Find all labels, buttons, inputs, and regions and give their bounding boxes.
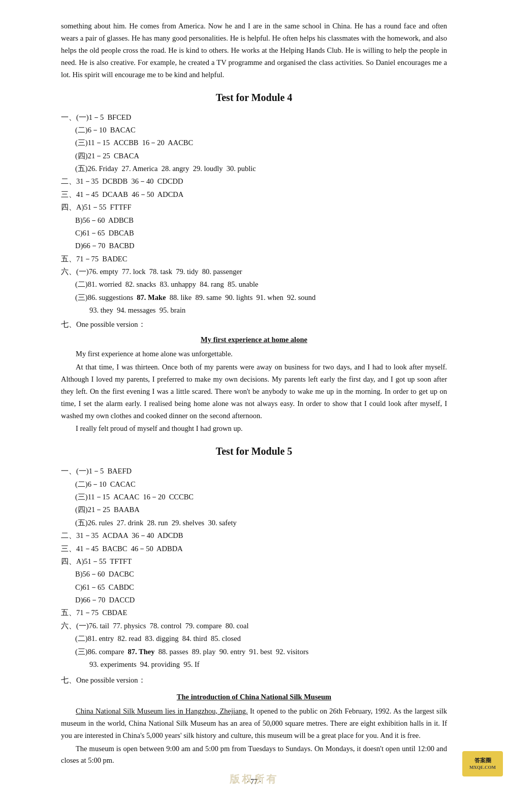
m5-a16: 93. experiments 94. providing 95. If [61,658,447,671]
m5-a5: (五)26. rules 27. drink 28. run 29. shelv… [61,517,447,529]
module5-essay-title: The introduction of China National Silk … [61,691,447,703]
module5-essay-p1: China National Silk Museum lies in Hangz… [61,705,447,742]
module4-essay-p2: At that time, I was thirteen. Once both … [61,361,447,422]
m4-a10: C)61－65 DBCAB [61,227,447,240]
m5-a2: (二)6－10 CACAC [61,478,447,491]
m5-a13: 六、(一)76. tail 77. physics 78. control 79… [61,622,249,630]
m4-a12: 五、71－75 BADEC [61,255,127,263]
m4-a6: 二、31－35 DCBDB 36－40 CDCDD [61,177,183,185]
m5-essay-label: 七、One possible version：​ [61,676,146,684]
logo-line1: 答案圈 [474,757,491,764]
m4-a14: (二)81. worried 82. snacks 83. unhappy 84… [61,278,447,291]
m5-a9: B)56－60 DACBC [61,568,447,581]
m4-a13: 六、(一)76. empty 77. lock 78. task 79. tid… [61,267,242,276]
intro-text: something about him. He comes from Ameri… [61,20,447,81]
m5-a6: 二、31－35 ACDAA 36－40 ADCDB [61,531,183,539]
m4-a7: 三、41－45 DCAAB 46－50 ADCDA [61,190,183,198]
m4-a5: (五)26. Friday 27. America 28. angry 29. … [61,162,447,175]
page: something about him. He comes from Ameri… [0,0,508,812]
module4-essay-p1: My first experience at home alone was un… [61,348,447,360]
m4-a9: B)56－60 ADBCB [61,214,447,227]
m4-a2: (二)6－10 BACAC [61,124,447,137]
m4-a4: (四)21－25 CBACA [61,150,447,162]
module4-essay-intro: 七、One possible version： [61,318,447,331]
module4-essay-title: My first experience at home alone [61,334,447,346]
m5-a4: (四)21－25 BAABA [61,503,447,516]
m5-a14: (二)81. entry 82. read 83. digging 84. th… [61,632,447,645]
module4-essay-p3: I really felt proud of myself and though… [61,423,447,435]
module4-title: Test for Module 4 [61,89,447,106]
m5-a11: D)66－70 DACCD [61,594,447,606]
module5-essay-intro: 七、One possible version：​ [61,672,447,688]
m4-a1: 一、(一)1－5 BFCED [61,113,131,121]
m5-a8: 四、A)51－55 TFTFT [61,557,132,565]
m4-a3: (三)11－15 ACCBB 16－20 AACBC [61,137,447,149]
m4-a8: 四、A)51－55 FTTFF [61,203,131,211]
m5-a15: (三)86. compare 87. They 88. passes 89. p… [61,646,447,658]
module5-answers: 一、(一)1－5 BAEFD (二)6－10 CACAC (三)11－15 AC… [61,465,447,671]
m5-a3: (三)11－15 ACAAC 16－20 CCCBC [61,491,447,503]
m4-a16: 93. they 94. messages 95. brain [61,304,447,317]
page-number: · 77 · [61,776,447,788]
m5-a10: C)61－65 CABDC [61,581,447,594]
m4-a11: D)66－70 BACBD [61,240,447,252]
m5-a7: 三、41－45 BACBC 46－50 ADBDA [61,545,183,553]
m4-essay-label: 七、One possible version： [61,320,146,328]
module5-essay-p2: The museum is open between 9:00 am and 5… [61,743,447,767]
module5-title: Test for Module 5 [61,443,447,460]
module4-answers: 一、(一)1－5 BFCED (二)6－10 BACAC (三)11－15 AC… [61,111,447,317]
logo-line2: MXQE.COM [469,765,496,771]
m4-a15: (三)86. suggestions 87. Make 88. like 89.… [61,291,447,304]
m5-a1: 一、(一)1－5 BAEFD [61,467,132,475]
m5-a12: 五、71－75 CBDAE [61,608,127,617]
logo-badge: 答案圈 MXQE.COM [462,751,503,776]
